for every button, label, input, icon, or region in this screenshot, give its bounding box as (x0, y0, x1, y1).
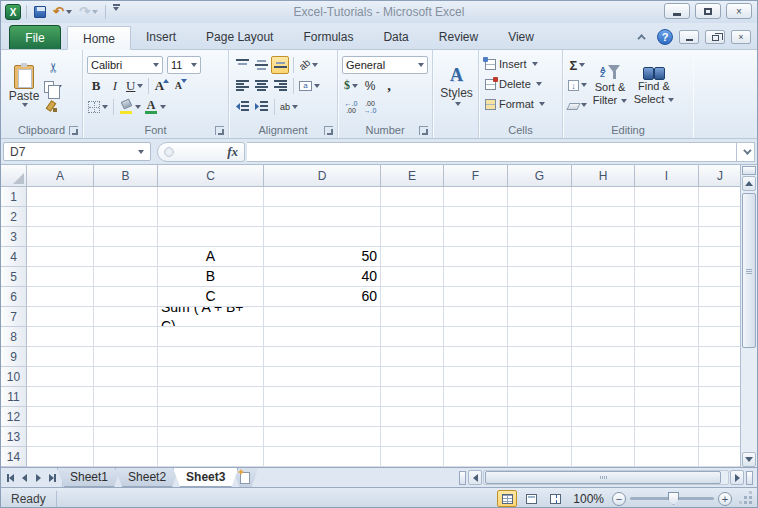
horizontal-scroll-thumb[interactable] (485, 471, 721, 484)
row-header-11[interactable]: 11 (1, 387, 27, 407)
excel-logo-icon[interactable]: X (5, 4, 21, 20)
cell-C3[interactable] (158, 227, 264, 247)
fill-color-button[interactable] (118, 98, 142, 116)
name-box[interactable]: D7 (3, 142, 151, 161)
cell-D12[interactable] (264, 407, 381, 427)
tab-review[interactable]: Review (424, 26, 493, 49)
cell-G10[interactable] (508, 367, 572, 387)
cell-A9[interactable] (27, 347, 94, 367)
cell-D1[interactable] (264, 187, 381, 207)
cell-E10[interactable] (381, 367, 444, 387)
workbook-restore-button[interactable] (705, 30, 725, 44)
cell-B1[interactable] (94, 187, 158, 207)
vertical-scrollbar[interactable] (740, 165, 757, 467)
cell-F1[interactable] (444, 187, 508, 207)
cell-B12[interactable] (94, 407, 158, 427)
cell-D3[interactable] (264, 227, 381, 247)
cell-J7[interactable] (699, 307, 742, 327)
cell-A8[interactable] (27, 327, 94, 347)
sort-filter-button[interactable]: A Z Sort & Filter (588, 54, 632, 116)
sheet-tab-sheet2[interactable]: Sheet2 (115, 468, 179, 487)
accounting-format-button[interactable]: $ (342, 77, 360, 95)
align-left-button[interactable] (233, 77, 251, 95)
cell-C10[interactable] (158, 367, 264, 387)
cell-E1[interactable] (381, 187, 444, 207)
cell-I4[interactable] (635, 247, 699, 267)
cell-D6[interactable]: 60 (264, 287, 381, 307)
cell-F8[interactable] (444, 327, 508, 347)
cell-C9[interactable] (158, 347, 264, 367)
row-header-14[interactable]: 14 (1, 447, 27, 467)
orientation-button[interactable]: ab (298, 56, 319, 74)
sheet-tab-sheet1[interactable]: Sheet1 (57, 468, 121, 487)
cell-A5[interactable] (27, 267, 94, 287)
cell-I3[interactable] (635, 227, 699, 247)
cell-C6[interactable]: C (158, 287, 264, 307)
cell-B14[interactable] (94, 447, 158, 467)
zoom-in-button[interactable]: + (718, 492, 732, 506)
cell-G8[interactable] (508, 327, 572, 347)
cell-A7[interactable] (27, 307, 94, 327)
cell-H5[interactable] (572, 267, 635, 287)
resize-grip[interactable] (740, 492, 753, 505)
borders-button[interactable] (87, 98, 109, 116)
styles-button[interactable]: A Styles (437, 54, 476, 118)
cell-G14[interactable] (508, 447, 572, 467)
number-format-select[interactable]: General (342, 56, 428, 74)
column-header-J[interactable]: J (699, 165, 742, 187)
cell-H13[interactable] (572, 427, 635, 447)
column-header-E[interactable]: E (381, 165, 444, 187)
column-header-D[interactable]: D (264, 165, 381, 187)
column-header-C[interactable]: C (158, 165, 264, 187)
clipboard-dialog-launcher[interactable] (69, 126, 78, 135)
clear-button[interactable] (567, 96, 588, 114)
cell-E12[interactable] (381, 407, 444, 427)
scroll-down-button[interactable] (742, 452, 756, 467)
cell-J8[interactable] (699, 327, 742, 347)
cell-G12[interactable] (508, 407, 572, 427)
workbook-minimize-button[interactable] (679, 30, 699, 44)
cell-B8[interactable] (94, 327, 158, 347)
cell-G1[interactable] (508, 187, 572, 207)
tab-home[interactable]: Home (67, 26, 131, 50)
cell-I14[interactable] (635, 447, 699, 467)
cell-J13[interactable] (699, 427, 742, 447)
vertical-scroll-thumb[interactable] (742, 193, 756, 348)
expand-formula-bar-button[interactable] (737, 142, 755, 162)
cell-I8[interactable] (635, 327, 699, 347)
cell-D10[interactable] (264, 367, 381, 387)
cell-F11[interactable] (444, 387, 508, 407)
number-dialog-launcher[interactable] (419, 126, 428, 135)
autosum-button[interactable]: Σ (567, 56, 588, 74)
cell-D7[interactable] (264, 307, 381, 327)
cell-C13[interactable] (158, 427, 264, 447)
top-align-button[interactable] (233, 56, 251, 74)
fill-button[interactable]: ↓ (567, 76, 588, 94)
column-header-F[interactable]: F (444, 165, 508, 187)
cell-C12[interactable] (158, 407, 264, 427)
cell-J1[interactable] (699, 187, 742, 207)
row-header-4[interactable]: 4 (1, 247, 27, 267)
cell-E3[interactable] (381, 227, 444, 247)
increase-font-size-button[interactable]: A (153, 77, 171, 95)
cell-F6[interactable] (444, 287, 508, 307)
row-header-6[interactable]: 6 (1, 287, 27, 307)
zoom-out-button[interactable]: − (612, 492, 626, 506)
cell-A1[interactable] (27, 187, 94, 207)
cell-I11[interactable] (635, 387, 699, 407)
cell-A6[interactable] (27, 287, 94, 307)
previous-sheet-button[interactable] (18, 471, 31, 485)
tab-insert[interactable]: Insert (131, 26, 191, 49)
cell-H11[interactable] (572, 387, 635, 407)
cell-H8[interactable] (572, 327, 635, 347)
tab-file[interactable]: File (9, 25, 61, 49)
cell-F14[interactable] (444, 447, 508, 467)
cell-A10[interactable] (27, 367, 94, 387)
cell-F3[interactable] (444, 227, 508, 247)
cell-J2[interactable] (699, 207, 742, 227)
cell-B10[interactable] (94, 367, 158, 387)
zoom-slider-thumb[interactable] (668, 492, 679, 505)
font-size-select[interactable]: 11 (167, 56, 201, 74)
increase-decimal-button[interactable]: ←.0 .00 (342, 98, 360, 116)
minimize-button[interactable] (664, 3, 690, 19)
